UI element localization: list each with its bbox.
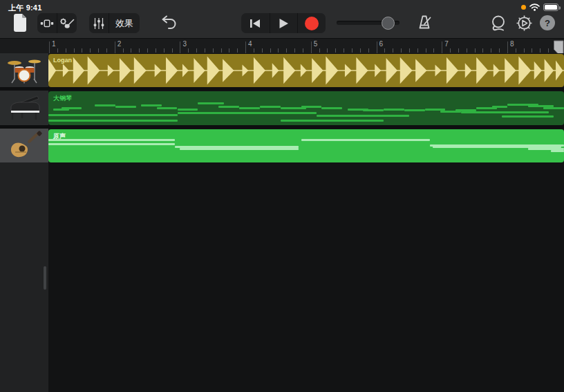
ruler-tick [74,48,75,53]
ruler-tick [254,48,254,53]
ruler-tick [286,48,287,53]
ruler-tick [205,48,205,53]
midi-note [301,106,322,108]
instrument-browser-button[interactable] [57,13,76,33]
midi-note [260,106,281,108]
ruler-bar-line [377,41,377,54]
ruler-tick [123,48,124,53]
volume-slider-knob[interactable] [382,17,395,30]
ruler-tick [499,48,500,53]
track-header-drums[interactable] [0,53,48,87]
ruler-tick [131,48,131,53]
midi-note [180,148,299,150]
midi-note [115,106,136,108]
midi-note [62,107,82,109]
loop-browser-icon[interactable] [489,15,507,35]
ruler-tick [344,48,344,53]
track-gap [0,87,564,91]
ruler-tick [139,48,140,53]
drum-kit-icon [6,57,42,84]
ruler-tick [532,48,532,53]
my-songs-document-icon[interactable] [12,14,28,35]
ruler-tick [426,48,426,53]
ruler-tick [90,48,91,53]
settings-gear-icon[interactable] [516,15,533,35]
ruler-tick [516,48,516,53]
record-icon [305,17,319,30]
play-button[interactable] [270,13,298,33]
ruler-tick [188,48,189,53]
ruler-bar-number: 3 [182,40,187,48]
midi-note [321,107,342,109]
help-button-label: ? [545,18,550,28]
ruler-tick [66,48,66,53]
ruler-tick [82,48,82,53]
midi-note [281,120,384,122]
view-toggle-group [37,13,77,33]
midi-note [239,107,260,109]
ruler-tick [164,48,164,53]
region-guitar-midi[interactable]: 原声 [48,129,564,162]
ruler-tick [196,48,197,53]
midi-note [551,150,564,152]
midi-note [384,109,404,111]
location-dot-icon [521,5,526,10]
midi-note [317,115,409,117]
midi-note [218,106,239,108]
midi-note [48,120,178,122]
midi-note [425,109,446,111]
region-label: Logan [53,57,72,64]
ruler-tick [540,48,540,53]
record-button[interactable] [297,13,326,33]
ruler-bar-line [245,41,246,54]
midi-note [53,109,68,111]
ruler-tick [327,48,328,53]
ruler-tick [106,48,107,53]
midi-note [157,107,178,109]
wifi-icon [529,3,540,11]
status-icons [521,3,558,11]
ruler-tick [156,48,156,53]
ruler-tick [368,48,369,53]
help-button[interactable]: ? [540,15,555,30]
grand-piano-icon [6,93,43,122]
effects-button[interactable]: 效果 [109,13,140,33]
midi-note [301,139,431,141]
tracks-view-button[interactable] [37,13,57,33]
vertical-scrollbar-thumb[interactable] [44,266,46,290]
effects-button-label: 效果 [109,17,140,30]
ruler-bar-number: 1 [52,40,56,48]
metronome-icon[interactable] [417,15,433,34]
midi-note [461,111,549,113]
ruler-tick [417,48,418,53]
midi-note [48,139,175,141]
track-header-sidebar [0,53,48,392]
ruler-tick [303,48,303,53]
ruler-tick [270,48,271,53]
rewind-to-start-button[interactable] [241,13,270,33]
transport-controls [241,13,326,33]
midi-note [178,112,317,114]
midi-note [363,109,384,111]
ruler-bar-number: 6 [379,40,384,48]
track-header-grand-piano[interactable] [0,91,48,125]
midi-note [48,143,175,145]
ruler-tick [458,48,459,53]
ruler-bar-line [507,41,508,54]
midi-note [543,107,564,109]
region-piano-midi[interactable]: 大钢琴 [48,91,564,125]
ruler-tick [360,48,361,53]
ruler-tick [482,48,483,53]
ruler-tick [467,48,467,53]
midi-note [178,109,198,111]
region-drums-audio[interactable]: Logan [48,54,564,87]
acoustic-guitar-icon [6,131,43,161]
undo-icon[interactable] [159,15,177,34]
ruler-tick [401,48,402,53]
region-label: 大钢琴 [53,94,72,103]
track-controls-faders-button[interactable] [89,13,109,33]
track-header-acoustic-guitar[interactable] [0,129,48,162]
ruler-tick [319,48,320,53]
midi-note [502,115,554,118]
timeline-ruler[interactable]: 12345678 [0,38,564,53]
